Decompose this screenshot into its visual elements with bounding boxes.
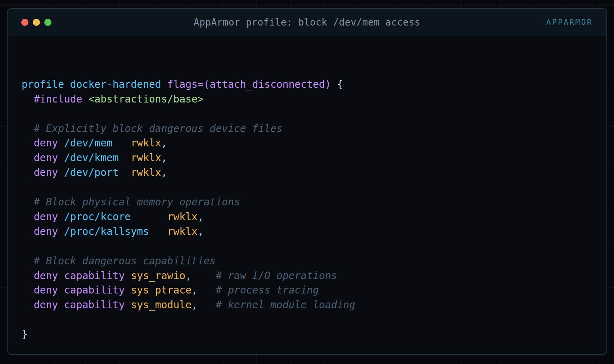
code-token-punct: ,: [161, 167, 167, 178]
code-line: deny /dev/kmem rwklx,: [22, 151, 592, 165]
code-token-gray: # Block physical memory operations: [22, 196, 240, 208]
code-line: deny capability sys_module, # kernel mod…: [22, 298, 592, 313]
code-token-orange: sys_rawio: [131, 270, 185, 282]
code-line: deny /dev/mem rwklx,: [22, 136, 592, 151]
code-line: deny /proc/kcore rwklx,: [22, 210, 592, 224]
code-token-orange: rwklx: [167, 211, 198, 223]
code-line: }: [22, 327, 592, 342]
code-token-orange: sys_module: [131, 299, 191, 311]
code-line: [22, 313, 592, 327]
code-token-punct: ,: [161, 137, 167, 149]
code-block: profile docker-hardened flags=(attach_di…: [22, 77, 592, 342]
code-line: deny capability sys_rawio, # raw I/O ope…: [22, 269, 592, 283]
code-token-purple: deny: [22, 137, 64, 149]
code-token-plain: [119, 152, 131, 164]
code-token-punct: ,: [198, 226, 204, 237]
code-token-gray: # raw I/O operations: [216, 270, 337, 282]
code-token-orange: rwklx: [131, 167, 161, 178]
code-token-purple: deny: [22, 226, 64, 237]
code-token-cyan: /dev/kmem: [64, 152, 119, 164]
code-token-punct: ,: [191, 299, 198, 311]
app-window: AppArmor profile: block /dev/mem access …: [7, 8, 607, 355]
code-token-gray: # kernel module loading: [216, 299, 355, 311]
code-token-plain: [191, 270, 216, 282]
code-token-plain: [198, 299, 216, 311]
code-line: # Block dangerous capabilities: [22, 254, 592, 269]
code-token-purple: #include: [22, 93, 88, 105]
code-token-plain: [331, 78, 337, 90]
code-token-brace: {: [337, 78, 343, 90]
close-button[interactable]: [21, 19, 28, 26]
code-token-plain: [149, 226, 167, 237]
code-area: profile docker-hardened flags=(attach_di…: [8, 36, 606, 355]
code-token-punct: ,: [161, 152, 167, 164]
code-token-cyan: profile docker-hardened: [22, 78, 167, 90]
code-line: [22, 180, 592, 195]
code-token-punct: ,: [198, 211, 204, 223]
code-token-plain: [113, 137, 131, 149]
code-token-cyan: /dev/port: [64, 167, 119, 178]
code-token-punct: ,: [191, 284, 198, 296]
code-token-orange: rwklx: [131, 137, 161, 149]
code-line: # Block physical memory operations: [22, 195, 592, 210]
minimize-button[interactable]: [33, 19, 40, 26]
code-line: profile docker-hardened flags=(attach_di…: [22, 77, 592, 92]
code-token-orange: sys_ptrace: [131, 284, 191, 296]
code-token-purple: deny capability: [22, 284, 131, 296]
code-line: # Explicitly block dangerous device file…: [22, 122, 592, 136]
titlebar: AppArmor profile: block /dev/mem access …: [8, 9, 606, 36]
code-token-gray: # Explicitly block dangerous device file…: [22, 123, 283, 135]
code-token-plain: [131, 211, 167, 223]
code-line: deny /proc/kallsyms rwklx,: [22, 224, 592, 239]
code-token-purple: deny capability: [22, 299, 131, 311]
page-background: { "window": { "title": "AppArmor profile…: [0, 0, 614, 364]
zoom-button[interactable]: [44, 19, 51, 26]
code-token-gray: # process tracing: [216, 284, 319, 296]
code-token-gray: # Block dangerous capabilities: [22, 255, 216, 267]
window-title: AppArmor profile: block /dev/mem access: [8, 17, 606, 28]
code-token-brace: }: [22, 328, 28, 340]
code-token-plain: [119, 167, 131, 178]
code-token-plain: [198, 284, 216, 296]
code-token-punct: ,: [185, 270, 191, 282]
code-line: deny capability sys_ptrace, # process tr…: [22, 283, 592, 298]
code-line: deny /dev/port rwklx,: [22, 165, 592, 180]
code-token-purple: deny capability: [22, 270, 131, 282]
code-token-cyan: /proc/kcore: [64, 211, 131, 223]
code-token-green: <abstractions/base>: [88, 93, 203, 105]
code-token-cyan: /proc/kallsyms: [64, 226, 149, 237]
code-token-purple: deny: [22, 152, 64, 164]
code-token-purple: deny: [22, 211, 64, 223]
code-token-orange: rwklx: [167, 226, 198, 237]
code-line: [22, 107, 592, 122]
code-line: #include <abstractions/base>: [22, 92, 592, 107]
code-token-cyan: /dev/mem: [64, 137, 113, 149]
code-token-purple: deny: [22, 167, 64, 178]
apparmor-badge: APPARMOR: [546, 18, 593, 27]
code-token-purple: flags=(attach_disconnected): [167, 78, 331, 90]
code-token-orange: rwklx: [131, 152, 161, 164]
code-line: [22, 239, 592, 254]
traffic-lights: [21, 19, 51, 26]
